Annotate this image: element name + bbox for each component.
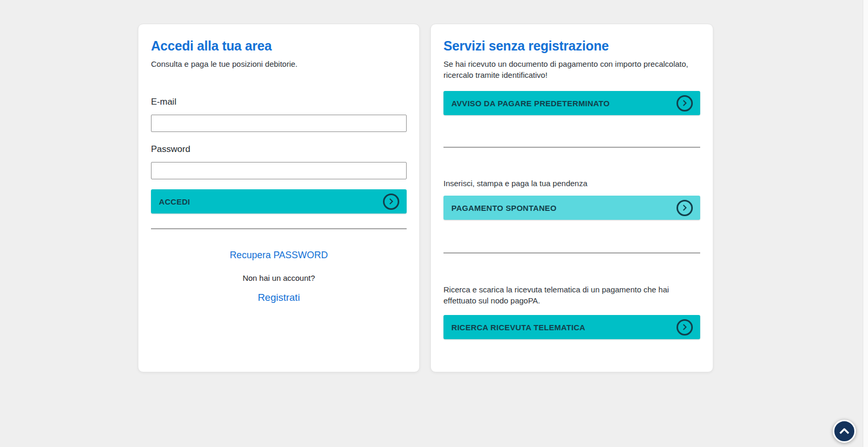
recover-password-link[interactable]: Recupera PASSWORD xyxy=(230,250,328,261)
login-card-subtitle: Consulta e paga le tue posizioni debitor… xyxy=(151,58,407,69)
pagamento-spontaneo-button[interactable]: PAGAMENTO SPONTANEO xyxy=(443,196,700,220)
login-links: Recupera PASSWORD Non hai un account? Re… xyxy=(151,229,407,303)
services-card: Servizi senza registrazione Se hai ricev… xyxy=(430,24,713,372)
page-background: Accedi alla tua area Consulta e paga le … xyxy=(0,0,868,447)
chevron-right-circle-icon xyxy=(383,194,399,210)
chevron-up-icon xyxy=(839,428,850,434)
login-card-title: Accedi alla tua area xyxy=(151,38,407,53)
scroll-to-top-button[interactable] xyxy=(833,420,856,443)
ricevuta-button-label: RICERCA RICEVUTA TELEMATICA xyxy=(451,323,586,332)
scrollbar-track[interactable] xyxy=(863,0,868,447)
email-label: E-mail xyxy=(151,96,407,108)
no-account-text: Non hai un account? xyxy=(151,273,407,282)
spontaneo-button-label: PAGAMENTO SPONTANEO xyxy=(451,204,557,212)
ricevuta-section-text: Ricerca e scarica la ricevuta telematica… xyxy=(443,284,700,306)
accedi-button-label: ACCEDI xyxy=(159,197,190,206)
ricerca-ricevuta-button[interactable]: RICERCA RICEVUTA TELEMATICA xyxy=(443,315,700,339)
services-card-title: Servizi senza registrazione xyxy=(443,38,700,53)
avviso-button-label: AVVISO DA PAGARE PREDETERMINATO xyxy=(451,99,610,108)
avviso-section-text: Se hai ricevuto un documento di pagament… xyxy=(443,58,700,80)
avviso-predeterminato-button[interactable]: AVVISO DA PAGARE PREDETERMINATO xyxy=(443,91,700,115)
email-input[interactable] xyxy=(151,115,407,132)
password-input[interactable] xyxy=(151,162,407,179)
services-divider xyxy=(443,252,700,253)
login-card: Accedi alla tua area Consulta e paga le … xyxy=(138,24,420,372)
register-link[interactable]: Registrati xyxy=(258,292,300,303)
accedi-button[interactable]: ACCEDI xyxy=(151,189,407,214)
services-divider xyxy=(443,147,700,148)
spontaneo-section-text: Inserisci, stampa e paga la tua pendenza xyxy=(443,178,700,189)
chevron-right-circle-icon xyxy=(677,95,693,111)
chevron-right-circle-icon xyxy=(677,319,693,336)
chevron-right-circle-icon xyxy=(677,200,693,216)
password-label: Password xyxy=(151,144,407,155)
